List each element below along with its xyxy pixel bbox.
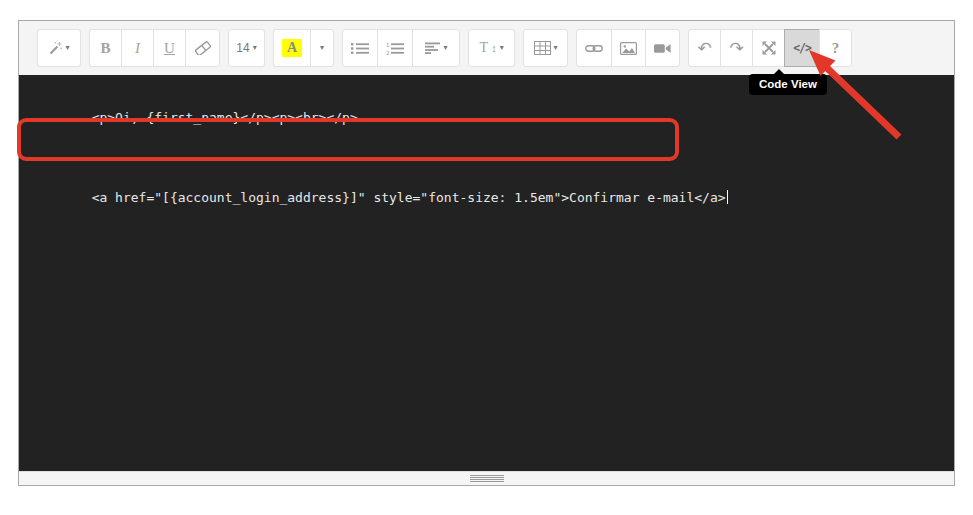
- bold-label: B: [100, 40, 110, 57]
- help-icon: ?: [832, 40, 840, 57]
- text-cursor: [727, 190, 728, 204]
- redo-icon: ↷: [730, 40, 744, 57]
- editor-toolbar: ▾ B I U: [19, 21, 954, 75]
- paragraph-align-button[interactable]: ▾: [412, 29, 460, 67]
- caret-down-icon: ▾: [65, 44, 69, 52]
- undo-icon: ↶: [698, 40, 712, 57]
- code-view-icon: </>: [793, 41, 811, 55]
- font-color-dropdown-button[interactable]: ▾: [310, 29, 334, 67]
- editor-statusbar: [19, 471, 954, 485]
- code-line: <a href="[{account_login_address}]" styl…: [19, 168, 954, 228]
- undo-button[interactable]: ↶: [688, 29, 721, 67]
- underline-label: U: [164, 40, 175, 57]
- color-letter: A: [282, 39, 302, 57]
- caret-down-icon: ▾: [253, 44, 257, 52]
- fullscreen-button[interactable]: [752, 29, 785, 67]
- italic-label: I: [135, 40, 140, 57]
- redo-button[interactable]: ↷: [720, 29, 753, 67]
- toolbar-group-font: B I U: [89, 29, 220, 67]
- table-button[interactable]: ▾: [523, 29, 568, 67]
- insert-video-button[interactable]: [645, 29, 680, 67]
- font-color-button[interactable]: A: [273, 29, 311, 67]
- line-height-button[interactable]: T ↕ ▾: [468, 29, 515, 67]
- resize-handle[interactable]: [470, 475, 504, 482]
- help-button[interactable]: ?: [819, 29, 852, 67]
- toolbar-group-color: A ▾: [273, 29, 334, 67]
- toolbar-group-fontsize: 14 ▾: [228, 29, 265, 67]
- updown-arrow-icon: ↕: [491, 42, 497, 54]
- svg-text:1: 1: [386, 42, 390, 48]
- unordered-list-icon: [351, 42, 369, 55]
- svg-text:2: 2: [386, 49, 390, 55]
- unordered-list-button[interactable]: [342, 29, 378, 67]
- underline-button[interactable]: U: [153, 29, 186, 67]
- insert-image-button[interactable]: [611, 29, 646, 67]
- table-grid-icon: [534, 41, 551, 55]
- code-line: <p>Oi, {first_name}</p><p><br></p>: [19, 88, 954, 148]
- toolbar-group-misc: ↶ ↷ <: [688, 29, 852, 67]
- caret-down-icon: ▾: [554, 44, 558, 52]
- code-view-button[interactable]: </>: [784, 29, 820, 67]
- line-height-letter: T: [480, 40, 489, 56]
- code-line-text: <a href="[{account_login_address}]" styl…: [92, 190, 726, 205]
- image-icon: [620, 42, 637, 55]
- tooltip: Code View: [749, 74, 827, 95]
- align-left-icon: [425, 42, 441, 54]
- video-icon: [654, 43, 671, 54]
- code-line-text: <p>Oi, {first_name}</p><p><br></p>: [92, 110, 358, 125]
- style-button[interactable]: ▾: [37, 29, 81, 67]
- toolbar-group-insert: [576, 29, 680, 67]
- toolbar-group-paragraph: 1 2 ▾: [342, 29, 460, 67]
- ordered-list-icon: 1 2: [386, 42, 404, 55]
- link-icon: [585, 43, 603, 54]
- page: ▾ B I U: [0, 0, 973, 515]
- magic-wand-icon: [48, 41, 62, 55]
- caret-down-icon: ▾: [500, 44, 504, 52]
- toolbar-group-style: ▾: [37, 29, 81, 67]
- font-size-value: 14: [236, 41, 249, 55]
- font-size-button[interactable]: 14 ▾: [228, 29, 265, 67]
- toolbar-group-table: ▾: [523, 29, 568, 67]
- code-textarea[interactable]: <p>Oi, {first_name}</p><p><br></p> <a hr…: [19, 75, 954, 471]
- bold-button[interactable]: B: [89, 29, 122, 67]
- clear-formatting-button[interactable]: [185, 29, 220, 67]
- caret-down-icon: ▾: [320, 44, 324, 52]
- eraser-icon: [194, 41, 211, 55]
- caret-down-icon: ▾: [444, 44, 448, 52]
- toolbar-group-height: T ↕ ▾: [468, 29, 515, 67]
- italic-button[interactable]: I: [121, 29, 154, 67]
- insert-link-button[interactable]: [576, 29, 612, 67]
- ordered-list-button[interactable]: 1 2: [377, 29, 413, 67]
- fullscreen-arrows-icon: [762, 41, 776, 55]
